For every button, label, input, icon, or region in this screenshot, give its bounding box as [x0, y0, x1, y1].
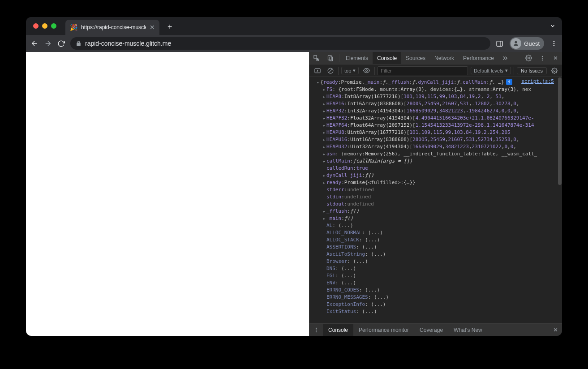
console-property-row[interactable]: AL: (...) — [311, 222, 558, 229]
console-property-row[interactable]: stdin: undefined — [311, 193, 558, 201]
devtools-tab-network[interactable]: Network — [430, 52, 459, 64]
issues-button[interactable]: No Issues — [517, 67, 547, 74]
console-property-row[interactable]: ▸HEAPU32: Uint32Array(4194304) [16685090… — [311, 143, 558, 150]
svg-point-21 — [316, 329, 317, 330]
expand-toggle[interactable]: ▸ — [322, 150, 326, 158]
console-property-row[interactable]: ERRNO_CODES: (...) — [311, 287, 558, 294]
info-badge-icon[interactable]: i — [506, 79, 512, 85]
drawer-tab-what-s-new[interactable]: What's New — [448, 324, 488, 336]
profile-button[interactable]: Guest — [510, 37, 544, 50]
console-property-row[interactable]: ERRNO_MESSAGES: (...) — [311, 294, 558, 301]
browser-tab[interactable]: 🎉 https://rapid-concise-muscle.g ✕ — [65, 20, 159, 35]
drawer-menu-button[interactable] — [309, 327, 323, 333]
console-property-row[interactable]: ▸ready: Promise {<fulfilled>: {…}} — [311, 179, 558, 186]
devtools-menu-button[interactable] — [536, 52, 549, 64]
expand-toggle[interactable]: ▸ — [322, 107, 326, 115]
console-property-row[interactable]: ▸HEAPU16: Uint16Array(8388608) [28005, 2… — [311, 136, 558, 143]
console-property-row[interactable]: ▸HEAPF32: Float32Array(4194304) [4.49044… — [311, 115, 558, 122]
settings-button[interactable] — [522, 52, 536, 64]
console-property-row[interactable]: ▸FS: {root: FSNode, mounts: Array(0), de… — [311, 86, 558, 93]
page-viewport[interactable] — [26, 52, 309, 336]
devtools-tab-performance[interactable]: Performance — [459, 52, 498, 64]
close-devtools-button[interactable] — [549, 52, 562, 64]
console-property-row[interactable]: EGL: (...) — [311, 272, 558, 279]
console-property-row[interactable]: stderr: undefined — [311, 186, 558, 193]
expand-toggle[interactable]: ▸ — [322, 143, 326, 150]
expand-toggle[interactable]: ▸ — [322, 172, 326, 179]
svg-point-3 — [554, 41, 555, 42]
drawer-tab-coverage[interactable]: Coverage — [414, 324, 448, 336]
expand-toggle[interactable]: ▸ — [322, 122, 326, 129]
console-property-row[interactable]: AsciiToString: (...) — [311, 251, 558, 258]
forward-button[interactable] — [44, 39, 52, 47]
drawer-tab-console[interactable]: Console — [323, 324, 353, 336]
console-property-row[interactable]: ▸dynCall_jiji: ƒ () — [311, 172, 558, 179]
console-output[interactable]: script.js:5 ▾{ready: Promise, _main: ƒ, … — [309, 77, 562, 323]
close-drawer-button[interactable] — [549, 327, 562, 333]
console-property-row[interactable]: ExitStatus: (...) — [311, 308, 558, 315]
devtools-tab-sources[interactable]: Sources — [401, 52, 430, 64]
console-property-row[interactable]: ALLOC_NORMAL: (...) — [311, 229, 558, 236]
scrollbar-thumb[interactable] — [558, 77, 562, 185]
console-property-row[interactable]: ▸_main: ƒ () — [311, 215, 558, 222]
console-property-row[interactable]: ▸HEAP8: Int8Array(16777216) [101, 109, 1… — [311, 93, 558, 100]
profile-label: Guest — [524, 40, 540, 47]
expand-toggle[interactable]: ▾ — [316, 79, 320, 86]
chevron-down-icon: ▾ — [505, 68, 508, 73]
svg-point-20 — [316, 327, 317, 328]
reload-button[interactable] — [57, 40, 65, 47]
console-property-row[interactable]: ▸_fflush: ƒ () — [311, 208, 558, 215]
expand-toggle[interactable]: ▸ — [322, 215, 326, 222]
console-property-row[interactable]: ASSERTIONS: (...) — [311, 244, 558, 251]
console-property-row[interactable]: DNS: (...) — [311, 265, 558, 272]
tab-overflow-button[interactable] — [549, 23, 556, 29]
console-property-row[interactable]: ▸callMain: ƒ callMain(args = []) — [311, 158, 558, 165]
expand-toggle[interactable]: ▸ — [322, 115, 326, 122]
close-tab-button[interactable]: ✕ — [150, 24, 155, 31]
expand-toggle[interactable]: ▸ — [322, 100, 326, 107]
console-property-row[interactable]: stdout: undefined — [311, 201, 558, 208]
devtools-tab-elements[interactable]: Elements — [341, 52, 373, 64]
scrollbar[interactable] — [558, 77, 562, 323]
new-tab-button[interactable]: + — [167, 22, 172, 32]
expand-toggle[interactable]: ▸ — [322, 129, 326, 136]
menu-button[interactable] — [550, 40, 558, 47]
minimize-window-button[interactable] — [42, 23, 47, 29]
console-property-row[interactable]: ▸HEAPU8: Uint8Array(16777216) [101, 109,… — [311, 129, 558, 136]
context-selector[interactable]: top ▾ — [341, 67, 359, 74]
expand-toggle[interactable]: ▸ — [322, 208, 326, 215]
console-property-row[interactable]: ▸HEAPF64: Float64Array(2097152) [1.15454… — [311, 122, 558, 129]
console-object-summary[interactable]: ▾{ready: Promise, _main: ƒ, _fflush: ƒ, … — [311, 79, 558, 86]
console-property-row[interactable]: ALLOC_STACK: (...) — [311, 236, 558, 244]
expand-toggle[interactable]: ▸ — [322, 93, 326, 100]
drawer-tab-performance-monitor[interactable]: Performance monitor — [353, 324, 414, 336]
devtools-tab-console[interactable]: Console — [373, 52, 401, 64]
address-bar: rapid-concise-muscle.glitch.me Guest — [26, 35, 562, 52]
toggle-sidebar-button[interactable] — [312, 67, 323, 74]
console-property-row[interactable]: ▸HEAP16: Int16Array(8388608) [28005, 254… — [311, 100, 558, 107]
more-tabs-button[interactable] — [498, 52, 512, 64]
panel-toggle-icon[interactable] — [496, 40, 503, 47]
clear-console-button[interactable] — [326, 68, 335, 74]
console-property-row[interactable]: ▸HEAP32: Int32Array(4194304) [1668509029… — [311, 107, 558, 115]
maximize-window-button[interactable] — [51, 23, 56, 29]
console-property-row[interactable]: ENV: (...) — [311, 279, 558, 287]
log-levels-select[interactable]: Default levels ▾ — [471, 67, 511, 74]
expand-toggle[interactable]: ▸ — [322, 86, 326, 93]
console-property-row[interactable]: calledRun: true — [311, 165, 558, 172]
expand-toggle[interactable]: ▸ — [322, 158, 326, 165]
close-window-button[interactable] — [33, 23, 39, 29]
source-link[interactable]: script.js:5 — [521, 78, 554, 84]
inspect-element-button[interactable] — [309, 52, 323, 64]
back-button[interactable] — [30, 39, 39, 47]
live-expression-button[interactable] — [361, 67, 372, 74]
expand-toggle[interactable]: ▸ — [322, 179, 326, 186]
filter-input[interactable] — [378, 66, 468, 75]
expand-toggle[interactable]: ▸ — [322, 136, 326, 143]
url-input[interactable]: rapid-concise-muscle.glitch.me — [70, 37, 490, 50]
console-property-row[interactable]: ▸asm: {memory: Memory(256), __indirect_f… — [311, 150, 558, 158]
console-property-row[interactable]: ExceptionInfo: (...) — [311, 301, 558, 308]
console-settings-button[interactable] — [549, 68, 559, 74]
device-toggle-button[interactable] — [323, 52, 337, 64]
console-property-row[interactable]: Browser: (...) — [311, 258, 558, 265]
